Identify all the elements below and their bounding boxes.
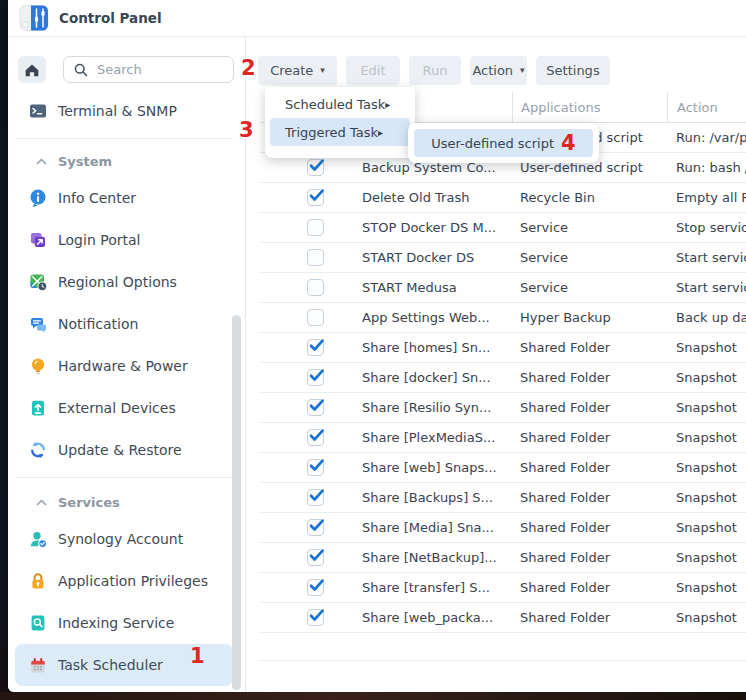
table-row[interactable]: Share [web] Snaps...Shared FolderSnapsho… [260, 453, 746, 483]
row-checkbox[interactable] [307, 609, 324, 626]
cell-task-name: Share [docker] Sn... [362, 370, 512, 385]
table-row[interactable]: App Settings Web...Hyper BackupBack up d… [260, 303, 746, 333]
sidebar-search-row [18, 56, 245, 83]
sidebar-divider [16, 138, 233, 139]
action-button[interactable]: Action▾ [470, 56, 527, 85]
cell-action: Snapshot [667, 580, 746, 595]
cell-action: Run: /var/p [667, 130, 746, 145]
indexing-service-icon [28, 613, 48, 633]
cell-application: Shared Folder [512, 550, 667, 565]
run-button[interactable]: Run [409, 56, 461, 85]
row-checkbox[interactable] [307, 519, 324, 536]
table-row[interactable]: Share [Resilio Syn...Shared FolderSnapsh… [260, 393, 746, 423]
search-box[interactable] [63, 56, 234, 83]
cell-task-name: START Medusa [362, 280, 512, 295]
cell-action: Snapshot [667, 520, 746, 535]
sidebar-item-synology-account[interactable]: Synology Account [8, 518, 245, 560]
sidebar-nav: Terminal & SNMPSystemInfo CenterLogin Po… [8, 90, 245, 686]
synology-account-icon [28, 529, 48, 549]
row-checkbox[interactable] [307, 459, 324, 476]
header-action[interactable]: Action [667, 92, 746, 122]
table-row[interactable]: STOP Docker DS M...ServiceStop servic [260, 213, 746, 243]
sidebar-item-info-center[interactable]: Info Center [8, 177, 245, 219]
settings-button[interactable]: Settings [536, 56, 610, 85]
table-row[interactable]: START Docker DSServiceStart servic [260, 243, 746, 273]
cell-action: Snapshot [667, 550, 746, 565]
create-button[interactable]: Create▾ [258, 56, 337, 85]
sidebar-section-services[interactable]: Services [8, 486, 245, 518]
sidebar-item-label: Indexing Service [58, 615, 174, 631]
table-row[interactable]: Share [PlexMediaS...Shared FolderSnapsho… [260, 423, 746, 453]
sidebar-item-application-privileges[interactable]: Application Privileges [8, 560, 245, 602]
menu-item-user-defined-script[interactable]: User-defined script 4 [414, 129, 593, 157]
sidebar-item-update-restore[interactable]: Update & Restore [8, 429, 245, 471]
search-icon [73, 62, 88, 77]
sidebar-item-hardware-power[interactable]: Hardware & Power [8, 345, 245, 387]
sidebar-item-terminal-snmp[interactable]: Terminal & SNMP [8, 90, 245, 132]
sidebar-item-label: Hardware & Power [58, 358, 188, 374]
sidebar-item-indexing-service[interactable]: Indexing Service [8, 602, 245, 644]
sidebar-item-label: Task Scheduler [58, 657, 163, 673]
row-checkbox[interactable] [307, 249, 324, 266]
control-panel-icon [19, 3, 49, 33]
empty-row [260, 633, 746, 661]
table-row[interactable]: Share [NetBackup]...Shared FolderSnapsho… [260, 543, 746, 573]
cell-action: Stop servic [667, 220, 746, 235]
info-center-icon [28, 188, 48, 208]
cell-task-name: Share [homes] Sn... [362, 340, 512, 355]
row-checkbox[interactable] [307, 549, 324, 566]
row-checkbox[interactable] [307, 279, 324, 296]
table-row[interactable]: Share [docker] Sn...Shared FolderSnapsho… [260, 363, 746, 393]
sidebar-item-label: Login Portal [58, 232, 140, 248]
row-checkbox[interactable] [307, 339, 324, 356]
regional-options-icon [28, 272, 48, 292]
sidebar: Terminal & SNMPSystemInfo CenterLogin Po… [8, 37, 246, 692]
row-checkbox[interactable] [307, 189, 324, 206]
row-checkbox[interactable] [307, 579, 324, 596]
notification-icon [28, 314, 48, 334]
table-row[interactable]: Share [Media] Sna...Shared FolderSnapsho… [260, 513, 746, 543]
application-privileges-icon [28, 571, 48, 591]
menu-item-scheduled-task[interactable]: Scheduled Task▸ [270, 90, 410, 118]
row-checkbox[interactable] [307, 219, 324, 236]
row-checkbox[interactable] [307, 399, 324, 416]
cell-action: Snapshot [667, 340, 746, 355]
sidebar-item-regional-options[interactable]: Regional Options [8, 261, 245, 303]
row-checkbox[interactable] [307, 309, 324, 326]
annotation-2: 2 [241, 58, 256, 79]
sidebar-item-login-portal[interactable]: Login Portal [8, 219, 245, 261]
table-row[interactable]: Share [Backups] S...Shared FolderSnapsho… [260, 483, 746, 513]
caret-down-icon: ▾ [320, 66, 325, 75]
table-body: User-defined scriptRun: /var/pBackup Sys… [260, 123, 746, 633]
chevron-up-icon [35, 155, 48, 168]
sidebar-item-label: External Devices [58, 400, 176, 416]
sidebar-scrollbar[interactable] [232, 315, 241, 690]
sidebar-section-system[interactable]: System [8, 145, 245, 177]
table-row[interactable]: Delete Old TrashRecycle BinEmpty all R [260, 183, 746, 213]
cell-action: Snapshot [667, 400, 746, 415]
home-button[interactable] [18, 56, 46, 83]
title-bar: Control Panel [8, 0, 746, 37]
row-checkbox[interactable] [307, 369, 324, 386]
terminal-icon [28, 101, 48, 121]
search-input[interactable] [95, 61, 209, 78]
menu-item-triggered-task[interactable]: Triggered Task▸ [270, 118, 410, 146]
edit-button[interactable]: Edit [346, 56, 400, 85]
table-row[interactable]: START MedusaServiceStart servic [260, 273, 746, 303]
chevron-up-icon [35, 496, 48, 509]
table-row[interactable]: Share [web_packa...Shared FolderSnapshot [260, 603, 746, 633]
button-label: Create [270, 63, 313, 78]
cell-application: Shared Folder [512, 610, 667, 625]
table-row[interactable]: Share [transfer] S...Shared FolderSnapsh… [260, 573, 746, 603]
cell-task-name: Share [Resilio Syn... [362, 400, 512, 415]
sidebar-divider [16, 477, 233, 478]
table-row[interactable]: Share [homes] Sn...Shared FolderSnapshot [260, 333, 746, 363]
row-checkbox[interactable] [307, 489, 324, 506]
cell-task-name: Delete Old Trash [362, 190, 512, 205]
row-checkbox[interactable] [307, 429, 324, 446]
header-applications[interactable]: Applications [512, 92, 667, 122]
sidebar-item-notification[interactable]: Notification [8, 303, 245, 345]
window-title: Control Panel [59, 10, 162, 26]
row-checkbox[interactable] [307, 159, 324, 176]
sidebar-item-external-devices[interactable]: External Devices [8, 387, 245, 429]
